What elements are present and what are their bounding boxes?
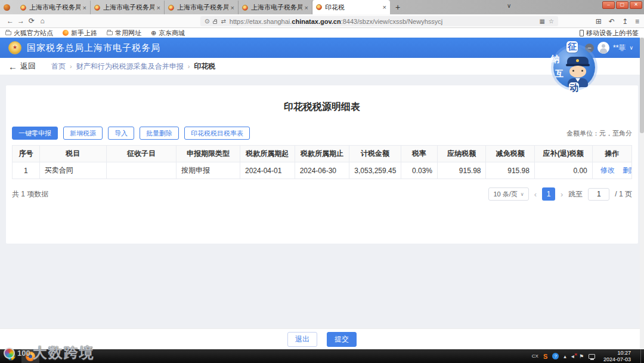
lock-icon[interactable] bbox=[213, 21, 217, 24]
next-page-icon[interactable]: › bbox=[561, 190, 563, 199]
cell-tax-item: 买卖合同 bbox=[39, 162, 106, 179]
back-button[interactable]: 返回 bbox=[20, 61, 36, 72]
tab-etax-3[interactable]: 上海市电子税务局 × bbox=[165, 1, 239, 14]
submit-button[interactable]: 提交 bbox=[327, 332, 357, 347]
tray-help-icon[interactable]: ? bbox=[552, 353, 559, 359]
network-icon[interactable] bbox=[589, 354, 595, 359]
col-actions: 操作 bbox=[592, 146, 631, 162]
refresh-icon[interactable]: ⟳ bbox=[26, 17, 37, 25]
breadcrumb-section[interactable]: 财产和行为税税源采集及合并申报 bbox=[76, 61, 184, 72]
col-supplement: 应补(退)税额 bbox=[534, 146, 592, 162]
bookmark-folder-common-sites[interactable]: 常用网址 bbox=[107, 29, 141, 38]
breadcrumb-bar: ← 返回 首页 › 财产和行为税税源采集及合并申报 › 印花税 bbox=[0, 58, 644, 75]
interaction-mascot[interactable]: 征 纳 互 动 bbox=[550, 43, 600, 93]
page-content: 印花税税源明细表 一键零申报 新增税源 导入 批量删除 印花税税目税率表 金额单… bbox=[0, 75, 644, 328]
current-page-button[interactable]: 1 bbox=[542, 187, 555, 201]
col-taxable-amount: 计税金额 bbox=[349, 146, 401, 162]
site-header: 国家税务总局上海市电子税务局 – **菲 ∨ bbox=[0, 38, 644, 58]
forward-icon[interactable]: → bbox=[16, 17, 26, 25]
globe-icon: ⊕ bbox=[151, 29, 156, 37]
close-icon[interactable]: × bbox=[305, 4, 308, 11]
history-icon[interactable]: ↶ bbox=[609, 17, 615, 26]
clock-time: 10:27 bbox=[603, 350, 631, 356]
maximize-button[interactable]: ▢ bbox=[616, 1, 628, 9]
cell-supplement: 0.00 bbox=[534, 162, 592, 179]
firefox-logo-icon[interactable] bbox=[4, 4, 10, 11]
close-icon[interactable]: × bbox=[157, 4, 160, 11]
close-icon[interactable]: × bbox=[83, 4, 86, 11]
import-button[interactable]: 导入 bbox=[108, 127, 134, 140]
col-declare-type: 申报期限类型 bbox=[177, 146, 240, 162]
tray-cx-icon[interactable]: CX bbox=[532, 353, 538, 359]
breadcrumb-separator: › bbox=[188, 63, 190, 70]
screenshot-icon[interactable]: ⊞ bbox=[596, 17, 602, 26]
edit-link[interactable]: 修改 bbox=[600, 166, 615, 174]
bookmark-star-icon[interactable]: ☆ bbox=[549, 18, 554, 24]
tax-favicon bbox=[168, 5, 174, 11]
add-tax-source-button[interactable]: 新增税源 bbox=[63, 127, 103, 140]
page-title: 印花税税源明细表 bbox=[12, 85, 632, 113]
rate-table-button[interactable]: 印花税税目税率表 bbox=[184, 127, 250, 140]
chevron-down-icon[interactable]: ∨ bbox=[629, 45, 633, 51]
cell-sub-item bbox=[106, 162, 176, 179]
tab-etax-1[interactable]: 上海市电子税务局 × bbox=[17, 1, 91, 14]
share-icon[interactable]: ↥ bbox=[622, 17, 628, 26]
mascot-char-na: 纳 bbox=[551, 54, 560, 65]
exit-button[interactable]: 退出 bbox=[287, 332, 317, 347]
page-size-select[interactable]: 10 条/页 ∨ bbox=[488, 187, 528, 201]
home-icon[interactable]: ⌂ bbox=[37, 17, 48, 25]
nav-right-icons: ⊞ ↶ ↥ ≡ bbox=[596, 14, 639, 28]
watermark-logo-icon bbox=[4, 347, 15, 359]
taskbar-clock[interactable]: 10:27 2024-07-03 bbox=[600, 350, 636, 363]
back-arrow-icon[interactable]: ← bbox=[8, 61, 17, 72]
menu-icon[interactable]: ≡ bbox=[635, 17, 639, 26]
bookmark-folder-firefox-official[interactable]: 火狐官方站点 bbox=[5, 29, 53, 38]
minimize-button[interactable]: – bbox=[602, 1, 615, 9]
watermark: 100 大数跨境 bbox=[4, 343, 95, 362]
mobile-bookmarks[interactable]: 移动设备上的书签 bbox=[580, 29, 639, 38]
mascot-face bbox=[569, 66, 586, 78]
url-text[interactable]: https://etax.shanghai.chinatax.gov.cn:84… bbox=[230, 18, 536, 25]
qr-code-icon[interactable]: ▦ bbox=[540, 18, 545, 24]
tab-stamp-tax-active[interactable]: 印花税 × bbox=[312, 0, 390, 14]
bookmark-getting-started[interactable]: 新手上路 bbox=[63, 29, 97, 38]
speaker-muted-icon[interactable]: ◂× bbox=[571, 353, 574, 359]
pagination-row: 共 1 项数据 10 条/页 ∨ ‹ 1 › 跳至 / 1 页 bbox=[12, 187, 632, 201]
new-tab-button[interactable]: + bbox=[390, 1, 405, 14]
shield-icon[interactable]: ⊙ bbox=[205, 18, 209, 24]
prev-page-icon[interactable]: ‹ bbox=[534, 190, 537, 199]
firefox-icon bbox=[63, 30, 69, 36]
container-swap-icon[interactable]: ⇄ bbox=[221, 18, 225, 24]
tray-show-hidden-icon[interactable]: ▴ bbox=[564, 353, 566, 359]
cell-period-end: 2024-06-30 bbox=[295, 162, 349, 179]
delete-link[interactable]: 删除 bbox=[623, 166, 631, 174]
tax-favicon bbox=[316, 4, 322, 10]
jump-page-input[interactable] bbox=[588, 188, 609, 201]
breadcrumb-current: 印花税 bbox=[194, 61, 215, 72]
list-all-tabs-icon[interactable]: ∨ bbox=[507, 2, 511, 9]
back-icon[interactable]: ← bbox=[5, 17, 16, 25]
close-icon[interactable]: × bbox=[231, 4, 234, 11]
mascot-char-hu: 互 bbox=[555, 69, 564, 79]
mascot-char-dong: 动 bbox=[569, 82, 579, 94]
one-click-zero-declare-button[interactable]: 一键零申报 bbox=[12, 127, 58, 140]
tray-s-icon[interactable]: S bbox=[543, 353, 547, 360]
tab-etax-4[interactable]: 上海市电子税务局 × bbox=[239, 1, 312, 14]
scrollbar-thumb[interactable] bbox=[640, 38, 644, 133]
bookmarks-bar: 火狐官方站点 新手上路 常用网址 ⊕ 京东商城 移动设备上的书签 bbox=[0, 28, 644, 38]
folder-icon bbox=[5, 31, 11, 35]
url-bar[interactable]: ⊙ ⇄ https://etax.shanghai.chinatax.gov.c… bbox=[200, 16, 558, 26]
bookmark-jd[interactable]: ⊕ 京东商城 bbox=[151, 29, 185, 38]
page-scrollbar[interactable] bbox=[640, 38, 644, 349]
close-icon[interactable]: × bbox=[383, 4, 386, 11]
close-window-button[interactable]: ✕ bbox=[630, 1, 642, 9]
breadcrumb-home[interactable]: 首页 bbox=[51, 61, 66, 72]
cell-actions: 修改 删除 bbox=[592, 162, 631, 179]
col-rate: 税率 bbox=[401, 146, 437, 162]
action-center-flag-icon[interactable]: ⚑ bbox=[579, 353, 584, 359]
show-desktop-button[interactable] bbox=[640, 349, 644, 363]
watermark-text: 大数跨境 bbox=[33, 343, 95, 362]
col-reduction: 减免税额 bbox=[486, 146, 534, 162]
batch-delete-button[interactable]: 批量删除 bbox=[140, 127, 179, 140]
tab-etax-2[interactable]: 上海市电子税务局 × bbox=[91, 1, 165, 14]
